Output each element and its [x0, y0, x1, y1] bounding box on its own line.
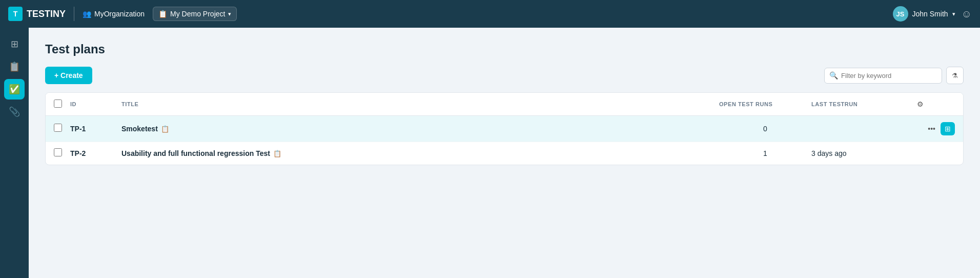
testcases-icon: 📋: [9, 61, 20, 72]
col-header-id: ID: [70, 101, 121, 107]
sidebar-item-testcases[interactable]: 📋: [4, 56, 25, 77]
clipboard-icon: 📎: [9, 106, 20, 117]
feedback-icon[interactable]: ☺: [962, 8, 972, 20]
row-2-open-runs: 1: [719, 149, 811, 157]
filter-search-icon: 🔍: [829, 71, 838, 80]
create-button[interactable]: + Create: [45, 67, 92, 84]
col-header-last-testrun: LAST TESTRUN: [811, 101, 914, 107]
row-2-title: Usability and full functional regression…: [121, 149, 719, 157]
table-row: TP-1 Smoketest 📋 0 ••• ⊞: [46, 116, 963, 142]
row-2-checkbox-cell: [54, 148, 70, 158]
main-content: Test plans + Create 🔍 ⚗ ID TITLE OPEN TE…: [29, 28, 980, 278]
sidebar-item-clipboard[interactable]: 📎: [4, 102, 25, 122]
sidebar-item-testplans[interactable]: ✅: [4, 79, 25, 100]
select-all-checkbox[interactable]: [54, 100, 62, 108]
toolbar: + Create 🔍 ⚗: [45, 67, 964, 84]
col-header-open-runs: OPEN TEST RUNS: [719, 101, 811, 107]
row-1-copy-icon[interactable]: 📋: [161, 125, 169, 133]
filter-area: 🔍 ⚗: [824, 67, 964, 84]
user-chevron-icon: ▾: [952, 11, 955, 17]
org-icon: 👥: [83, 10, 91, 18]
filter-options-button[interactable]: ⚗: [946, 67, 964, 84]
org-selector[interactable]: 👥 MyOrganization: [83, 10, 145, 18]
project-selector[interactable]: 📋 My Demo Project ▾: [153, 7, 237, 21]
run-icon: ⊞: [945, 125, 951, 133]
row-1-run-button[interactable]: ⊞: [941, 122, 955, 135]
table-row: TP-2 Usability and full functional regre…: [46, 142, 963, 165]
table-header: ID TITLE OPEN TEST RUNS LAST TESTRUN ⚙: [46, 93, 963, 116]
row-2-id: TP-2: [70, 149, 121, 157]
topnav-right: JS John Smith ▾ ☺: [893, 6, 972, 22]
app-logo[interactable]: T TESTINY: [8, 7, 66, 21]
project-label: My Demo Project: [170, 10, 225, 18]
user-menu[interactable]: JS John Smith ▾: [893, 6, 955, 22]
col-header-checkbox: [54, 100, 70, 109]
row-2-copy-icon[interactable]: 📋: [273, 150, 281, 157]
row-1-checkbox[interactable]: [54, 124, 62, 132]
row-1-id: TP-1: [70, 125, 121, 133]
logo-icon: T: [8, 7, 23, 21]
test-plans-table: ID TITLE OPEN TEST RUNS LAST TESTRUN ⚙ T…: [45, 92, 964, 165]
row-1-more-button[interactable]: •••: [925, 123, 938, 135]
avatar: JS: [893, 6, 908, 22]
row-2-checkbox[interactable]: [54, 148, 62, 156]
filter-input-wrap: 🔍: [824, 68, 942, 84]
nav-divider: [74, 7, 74, 21]
col-header-actions: ⚙: [914, 98, 955, 110]
row-1-open-runs: 0: [719, 125, 811, 133]
dashboard-icon: ⊞: [11, 38, 18, 50]
project-chevron-icon: ▾: [228, 11, 231, 17]
row-1-checkbox-cell: [54, 124, 70, 134]
testplans-icon: ✅: [9, 84, 20, 95]
col-header-title: TITLE: [121, 101, 719, 107]
filter-options-icon: ⚗: [952, 72, 958, 80]
org-label: MyOrganization: [94, 10, 145, 18]
user-name: John Smith: [912, 10, 948, 18]
sidebar: ⊞ 📋 ✅ 📎: [0, 28, 29, 278]
page-title: Test plans: [45, 42, 964, 56]
filter-input[interactable]: [824, 68, 942, 84]
row-1-title: Smoketest 📋: [121, 125, 719, 133]
table-settings-button[interactable]: ⚙: [914, 98, 927, 110]
row-2-last-testrun: 3 days ago: [811, 149, 914, 157]
project-icon: 📋: [158, 10, 167, 18]
sidebar-item-dashboard[interactable]: ⊞: [4, 34, 25, 54]
topnav: T TESTINY 👥 MyOrganization 📋 My Demo Pro…: [0, 0, 980, 28]
logo-text: TESTINY: [27, 9, 66, 19]
row-1-actions: ••• ⊞: [914, 122, 955, 135]
